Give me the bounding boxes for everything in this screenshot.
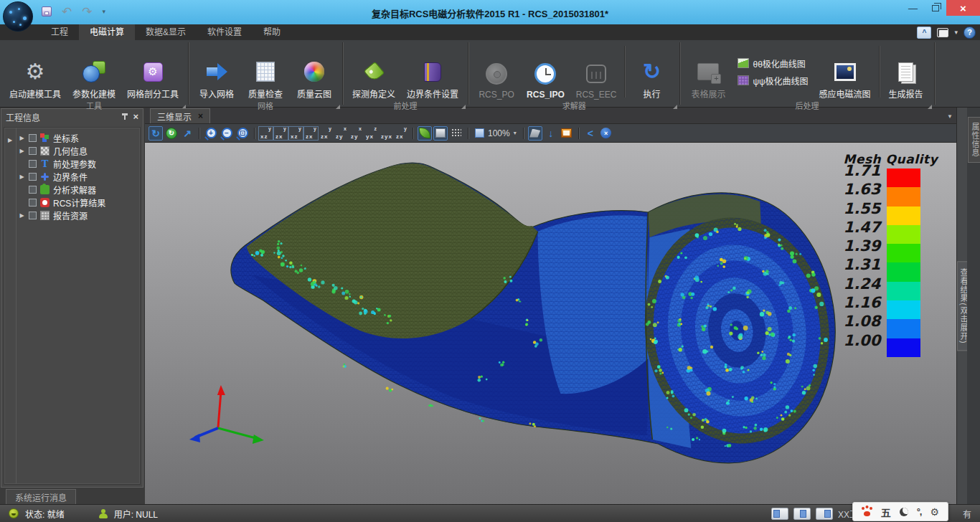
ime-settings-gear-icon[interactable]: ⚙ xyxy=(930,506,939,518)
clip-plane-icon xyxy=(529,129,540,138)
app-logo-icon[interactable] xyxy=(3,1,33,32)
leaf-icon xyxy=(419,128,430,138)
view-xz-button[interactable]: yxz xyxy=(259,127,273,140)
zoom-in-button[interactable]: + xyxy=(204,126,218,141)
expander-icon[interactable]: ▶ xyxy=(19,135,25,141)
flat-render-button[interactable] xyxy=(433,126,448,141)
project-tree: ▶坐标系 ▶几何信息 T前处理参数 ▶边界条件 分析求解器 RCS计算结果 ▶报… xyxy=(17,128,140,484)
tab-close-icon[interactable]: × xyxy=(198,111,203,121)
view-zx-button[interactable]: yzx xyxy=(274,127,288,140)
tree-item-boundary-conditions[interactable]: ▶边界条件 xyxy=(17,170,140,183)
tree-item-rcs-results[interactable]: RCS计算结果 xyxy=(17,196,140,209)
rcs-ipo-button[interactable]: RCS_IPO xyxy=(522,42,570,101)
ime-fullhalf-moon-icon[interactable] xyxy=(900,508,908,516)
expander-icon[interactable]: ▶ xyxy=(19,148,25,154)
tree-item-geometry-info[interactable]: ▶几何信息 xyxy=(17,144,140,157)
help-button[interactable]: ? xyxy=(963,27,976,39)
clear-view-button[interactable]: × xyxy=(599,126,613,141)
view-top-button[interactable]: yzx xyxy=(319,127,333,140)
tab-data-display[interactable]: 数据&显示 xyxy=(135,23,197,40)
induced-current-map-button[interactable]: 感应电磁流图 xyxy=(814,42,876,101)
view-left-button[interactable]: xzy xyxy=(349,127,363,140)
pan-button[interactable]: ↗ xyxy=(180,126,194,141)
quality-contour-button[interactable]: 质量云图 xyxy=(291,42,338,101)
ime-mode-button[interactable]: 五 xyxy=(881,505,891,519)
checkbox[interactable] xyxy=(29,212,37,219)
tree-item-coordinate-system[interactable]: ▶坐标系 xyxy=(17,131,140,144)
theta-polar-curve-button[interactable]: θθ极化曲线图 xyxy=(738,57,808,70)
layout-right-button[interactable] xyxy=(816,508,833,520)
ime-punctuation-button[interactable]: °, xyxy=(917,506,922,517)
table-plus-icon xyxy=(697,63,719,80)
geometry-icon xyxy=(40,146,50,156)
tab-help[interactable]: 帮助 xyxy=(253,23,291,40)
expander-icon[interactable]: ▶ xyxy=(19,212,25,219)
pin-icon[interactable] xyxy=(121,113,128,121)
probe-angle-button[interactable]: 探测角定义 xyxy=(347,42,400,101)
ime-logo-paw-icon[interactable] xyxy=(862,507,872,516)
checkbox[interactable] xyxy=(29,160,37,168)
restore-button[interactable] xyxy=(924,0,946,16)
view-right-button[interactable]: zyx xyxy=(364,127,378,140)
view-zx2-button[interactable]: yzx xyxy=(304,127,318,140)
checkbox[interactable] xyxy=(29,199,37,207)
zoom-level-select[interactable]: 100% ▾ xyxy=(473,128,519,138)
viewport-3d[interactable]: Mesh Quality 1.711.63 1.551.47 1.391.31 … xyxy=(145,143,956,504)
psi-polar-curve-button[interactable]: ψψ极化曲线图 xyxy=(738,75,808,87)
points-render-button[interactable] xyxy=(449,126,463,141)
zoom-dropdown-icon: ▾ xyxy=(514,130,517,136)
gutter-expander-icon[interactable]: ▶ xyxy=(8,137,12,143)
book-icon xyxy=(424,62,441,82)
gallery-button[interactable] xyxy=(560,126,574,141)
tree-item-report-resources[interactable]: ▶报告资源 xyxy=(17,209,140,222)
parametric-modeling-button[interactable]: 参数化建模 xyxy=(67,42,121,101)
share-flow-button[interactable]: < xyxy=(583,126,598,141)
tree-item-solver[interactable]: 分析求解器 xyxy=(17,183,140,196)
drop-view-button[interactable]: ↓ xyxy=(544,126,558,141)
checkbox[interactable] xyxy=(29,173,37,181)
display-style-dropdown-icon[interactable]: ▾ xyxy=(954,29,958,36)
user-text: 用户: NULL xyxy=(114,508,158,520)
window-title: 复杂目标RCS电磁分析软件2015 R1 - RCS_2015031801* xyxy=(0,6,980,20)
launch-modeler-button[interactable]: ⚙启动建模工具 xyxy=(4,42,66,101)
model-3d[interactable] xyxy=(145,143,956,504)
clip-plane-button[interactable] xyxy=(528,126,542,141)
ribbon-group-postprocess: 表格展示 θθ极化曲线图 ψψ极化曲线图 感应电磁流图 生成报告 后处理 xyxy=(680,40,933,107)
close-button[interactable]: × xyxy=(946,0,980,16)
checkbox[interactable] xyxy=(29,186,37,194)
execute-button[interactable]: ↻执行 xyxy=(628,42,675,101)
tree-gutter: ▶ xyxy=(4,128,17,484)
tab-settings[interactable]: 软件设置 xyxy=(197,23,253,40)
display-style-icon[interactable] xyxy=(937,28,948,37)
checkbox[interactable] xyxy=(29,134,37,142)
checkbox[interactable] xyxy=(29,147,37,155)
boundary-condition-button[interactable]: 边界条件设置 xyxy=(402,42,463,101)
tab-project[interactable]: 工程 xyxy=(40,23,79,40)
tree-item-preprocess-params[interactable]: T前处理参数 xyxy=(17,157,140,170)
import-mesh-button[interactable]: 导入网格 xyxy=(193,42,240,101)
shaded-render-button[interactable] xyxy=(418,126,432,141)
view-bottom-button[interactable]: xzy xyxy=(334,127,348,140)
collapse-ribbon-button[interactable]: ^ xyxy=(917,27,931,39)
quality-check-button[interactable]: 质量检查 xyxy=(242,42,289,101)
zoom-out-button[interactable]: − xyxy=(220,126,234,141)
layout-left-button[interactable] xyxy=(771,508,788,520)
expander-icon[interactable]: ▶ xyxy=(19,174,25,180)
minimize-button[interactable]: — xyxy=(902,0,924,16)
ribbon-group-solver: RCS_PO RCS_IPO RCS_EEC ↻执行 求解器 xyxy=(468,40,679,107)
tab-list-icon[interactable]: ▼ xyxy=(947,113,953,120)
view-xz2-button[interactable]: yxz xyxy=(289,127,303,140)
mesh-partition-tool-button[interactable]: ⚙网格剖分工具 xyxy=(122,42,184,101)
panel-close-icon[interactable]: × xyxy=(133,113,138,121)
view-iso-button[interactable]: zyx xyxy=(380,127,393,140)
tab-em-compute[interactable]: 电磁计算 xyxy=(79,23,135,40)
layout-center-button[interactable] xyxy=(793,508,811,520)
zoom-window-button[interactable]: ⊡ xyxy=(235,126,250,141)
tab-3d-display[interactable]: 三维显示 × xyxy=(150,108,210,123)
generate-report-button[interactable]: 生成报告 xyxy=(882,42,930,101)
system-messages-tab[interactable]: 系统运行消息 xyxy=(6,489,76,504)
properties-tab[interactable]: 属性信息 xyxy=(968,117,980,163)
view-iso2-button[interactable]: yzx xyxy=(395,127,408,140)
rotate-button[interactable]: ↻ xyxy=(149,126,163,141)
sync-view-button[interactable]: ↻ xyxy=(164,126,179,141)
